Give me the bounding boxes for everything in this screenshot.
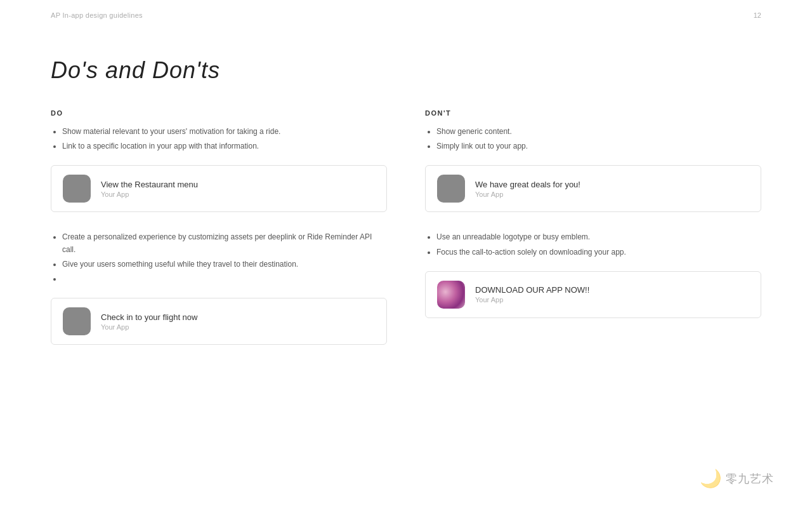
do-bullet-item: Give your users something useful while t… [62,258,387,271]
dont-notification-card-1: We have great deals for you! Your App [425,165,761,212]
do-bullet-list-2: Create a personalized experience by cust… [51,231,387,285]
do-notification-card-2: Check in to your flight now Your App [51,298,387,345]
dont-card-title-1: We have great deals for you! [475,180,580,189]
dont-bullet-list-2: Use an unreadable logotype or busy emble… [425,231,761,258]
do-card-subtitle-2: Your App [101,323,197,331]
page-header: AP In-app design guidelines 12 [0,0,812,19]
page-number: 12 [754,11,761,19]
do-block-2: Create a personalized experience by cust… [51,231,387,345]
do-notification-card-1: View the Restaurant menu Your App [51,165,387,212]
dont-column: DON'T Show generic content. Simply link … [425,109,761,364]
do-card-icon-1 [63,175,91,203]
dont-card-text-2: DOWNLOAD OUR APP NOW!! Your App [475,285,589,304]
dont-bullet-list-1: Show generic content. Simply link out to… [425,126,761,152]
dont-bullet-item: Show generic content. [436,126,761,138]
do-bullet-list-1: Show material relevant to your users' mo… [51,126,387,152]
dont-card-title-2: DOWNLOAD OUR APP NOW!! [475,285,589,295]
columns-container: DO Show material relevant to your users'… [51,109,761,364]
dont-bullet-item: Simply link out to your app. [436,140,761,152]
dont-block-2: Use an unreadable logotype or busy emble… [425,231,761,318]
do-card-icon-2 [63,307,91,335]
dont-card-text-1: We have great deals for you! Your App [475,180,580,198]
section-title: Do's and Don'ts [51,57,761,84]
watermark: 🌙 零九艺术 [700,468,774,489]
watermark-text: 零九艺术 [726,471,774,486]
do-card-title-2: Check in to your flight now [101,312,197,322]
main-content: Do's and Don'ts DO Show material relevan… [0,19,812,389]
dont-bullet-item: Use an unreadable logotype or busy emble… [436,231,761,243]
do-bullet-item: Show material relevant to your users' mo… [62,126,387,138]
do-block-1: Show material relevant to your users' mo… [51,126,387,212]
do-bullet-item: Link to a specific location in your app … [62,140,387,152]
do-card-text-1: View the Restaurant menu Your App [101,180,198,198]
dont-card-icon-1 [437,175,465,203]
do-bullet-item [62,273,387,285]
dont-bullet-item: Focus the call-to-action solely on downl… [436,246,761,258]
dont-card-subtitle-2: Your App [475,296,589,304]
dont-card-icon-2 [437,281,465,309]
do-column: DO Show material relevant to your users'… [51,109,387,364]
do-card-subtitle-1: Your App [101,190,198,198]
do-bullet-item: Create a personalized experience by cust… [62,231,387,255]
dont-column-header: DON'T [425,109,761,117]
dont-block-1: Show generic content. Simply link out to… [425,126,761,212]
do-column-header: DO [51,109,387,117]
do-card-title-1: View the Restaurant menu [101,180,198,189]
do-card-text-2: Check in to your flight now Your App [101,312,197,331]
dont-card-subtitle-1: Your App [475,190,580,198]
watermark-icon: 🌙 [700,468,722,489]
dont-notification-card-2: DOWNLOAD OUR APP NOW!! Your App [425,271,761,318]
document-title: AP In-app design guidelines [51,11,143,19]
